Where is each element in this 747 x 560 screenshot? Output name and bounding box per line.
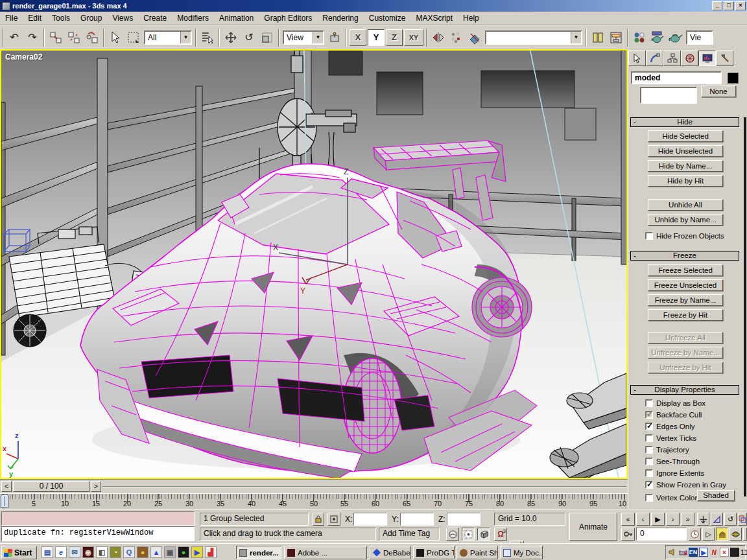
title-bar[interactable]: render_garage01.max - 3ds max 4 _ □ ×: [0, 0, 747, 12]
freeze-by-name-button[interactable]: Freeze by Name...: [648, 294, 723, 306]
track-bar[interactable]: 5 10 15 20 25 30 35 40 45 50 55 60 65 70…: [0, 493, 628, 509]
task-paintshop[interactable]: Paint Sh...: [456, 546, 498, 559]
menu-edit[interactable]: Edit: [23, 12, 47, 24]
snap-grid-points-icon[interactable]: [462, 528, 475, 541]
display-properties-rollout-header[interactable]: -Display Properties: [630, 385, 739, 395]
trajectory-checkbox[interactable]: [645, 446, 653, 454]
dolly-camera-icon[interactable]: [697, 513, 709, 526]
orbit-camera-icon[interactable]: [729, 528, 742, 541]
y-coordinate-field[interactable]: [400, 513, 434, 526]
menu-create[interactable]: Create: [138, 12, 172, 24]
freeze-selected-button[interactable]: Freeze Selected: [648, 264, 723, 276]
task-render[interactable]: render...: [236, 546, 281, 559]
select-and-scale-icon[interactable]: [259, 29, 276, 47]
material-editor-icon[interactable]: [631, 29, 648, 47]
search-icon[interactable]: Q: [123, 546, 135, 558]
object-name-field[interactable]: moded: [631, 71, 722, 84]
next-frame-icon[interactable]: ›: [666, 513, 680, 526]
x-coordinate-field[interactable]: [353, 513, 387, 526]
quick-render-icon[interactable]: [667, 29, 684, 47]
task-debabelizer[interactable]: DeBabel...: [370, 546, 411, 559]
dropdown-arrow-icon[interactable]: ▼: [313, 32, 323, 43]
task-my-documents[interactable]: My Doc...: [500, 546, 543, 559]
tab-motion-icon[interactable]: [681, 51, 698, 66]
use-center-icon[interactable]: [326, 29, 343, 47]
reference-coordinate-dropdown[interactable]: View ▼: [283, 30, 324, 45]
restrict-y-button[interactable]: Y: [368, 29, 385, 46]
current-frame-field[interactable]: 0: [636, 528, 687, 541]
category-none-button[interactable]: None: [701, 86, 736, 97]
snap-3d-toggle-icon[interactable]: 3: [494, 528, 507, 541]
hide-frozen-objects-row[interactable]: Hide Frozen Objects: [645, 231, 724, 241]
go-to-start-icon[interactable]: «: [621, 513, 635, 526]
menu-modifiers[interactable]: Modifiers: [172, 12, 214, 24]
device-tray-icon[interactable]: [730, 548, 739, 557]
volume-icon[interactable]: [668, 548, 677, 557]
hide-category-listbox[interactable]: [640, 87, 697, 104]
freeze-by-hit-button[interactable]: Freeze by Hit: [648, 309, 723, 321]
schematic-view-icon[interactable]: [608, 29, 624, 47]
show-frozen-in-gray-checkbox[interactable]: [645, 481, 653, 489]
tab-display-icon[interactable]: [698, 51, 716, 66]
undo-icon[interactable]: ↶: [6, 29, 23, 47]
menu-animation[interactable]: Animation: [214, 12, 259, 24]
unhide-all-button[interactable]: Unhide All: [648, 199, 723, 211]
time-slider-track[interactable]: [102, 486, 626, 487]
garage-scene[interactable]: X Z Y z x y: [1, 51, 626, 478]
absolute-offset-toggle-icon[interactable]: [327, 513, 340, 526]
time-configuration-icon[interactable]: [689, 528, 701, 541]
menu-group[interactable]: Group: [75, 12, 107, 24]
play-animation-icon[interactable]: ▶: [651, 513, 665, 526]
hide-unselected-button[interactable]: Hide Unselected: [648, 145, 723, 157]
restore-button[interactable]: □: [724, 1, 734, 10]
animate-button[interactable]: Animate: [569, 513, 617, 541]
current-frame-marker[interactable]: [1, 495, 8, 508]
ignore-extents-checkbox[interactable]: [645, 469, 653, 477]
time-slider-thumb[interactable]: 0 / 100: [13, 481, 89, 492]
cube-icon[interactable]: ◧: [96, 546, 108, 558]
camera-viewport[interactable]: X Z Y z x y Camera02: [0, 49, 628, 479]
rectangular-selection-region-icon[interactable]: [125, 29, 142, 47]
menu-graph-editors[interactable]: Graph Editors: [259, 12, 317, 24]
vertex-colors-checkbox[interactable]: [645, 494, 653, 502]
menu-tools[interactable]: Tools: [47, 12, 75, 24]
selection-filter-dropdown[interactable]: All ▼: [144, 30, 192, 45]
array-icon[interactable]: [448, 29, 465, 47]
roll-camera-icon[interactable]: ↺: [724, 513, 737, 526]
start-button[interactable]: Start: [1, 546, 37, 559]
network-monitor-icon[interactable]: N: [709, 548, 718, 557]
media-player-icon[interactable]: ▶: [699, 548, 708, 557]
viewport-label[interactable]: Camera02: [5, 52, 42, 62]
menu-views[interactable]: Views: [107, 12, 138, 24]
notes-page-icon[interactable]: ▤: [42, 546, 53, 558]
add-time-tag-field[interactable]: Add Time Tag: [379, 528, 440, 541]
select-and-move-icon[interactable]: [222, 29, 239, 47]
device-icon[interactable]: ▣: [164, 546, 176, 558]
display-as-box-checkbox[interactable]: [645, 399, 653, 407]
edges-only-checkbox[interactable]: [645, 423, 653, 430]
select-and-rotate-icon[interactable]: ↺: [241, 29, 257, 47]
internet-explorer-icon[interactable]: e: [55, 546, 67, 558]
select-and-link-icon[interactable]: [47, 29, 64, 47]
z-coordinate-field[interactable]: [447, 513, 480, 526]
task-prodg[interactable]: ProDG T...: [413, 546, 455, 559]
hide-rollout-header[interactable]: -Hide: [630, 117, 739, 127]
field-of-view-icon[interactable]: [711, 513, 723, 526]
next-frame-arrow-icon[interactable]: >: [91, 481, 101, 492]
restrict-z-button[interactable]: Z: [386, 29, 403, 46]
minimize-button[interactable]: _: [712, 1, 722, 10]
stats-icon[interactable]: ▟: [205, 546, 217, 558]
see-through-checkbox[interactable]: [645, 458, 653, 465]
freeze-unselected-button[interactable]: Freeze Unselected: [648, 279, 723, 291]
menu-help[interactable]: Help: [458, 12, 484, 24]
select-object-icon[interactable]: [107, 29, 124, 47]
hide-selected-button[interactable]: Hide Selected: [648, 130, 723, 142]
task-adobe[interactable]: Adobe ...: [284, 546, 367, 559]
tab-hierarchy-icon[interactable]: [663, 51, 681, 66]
restrict-x-button[interactable]: X: [350, 29, 366, 46]
previous-frame-arrow-icon[interactable]: <: [1, 481, 12, 492]
paint-palette-icon[interactable]: ●: [137, 546, 148, 558]
dropdown-arrow-icon[interactable]: ▼: [571, 32, 581, 43]
dropdown-arrow-icon[interactable]: ▼: [180, 32, 191, 43]
tab-create-icon[interactable]: [628, 51, 646, 66]
